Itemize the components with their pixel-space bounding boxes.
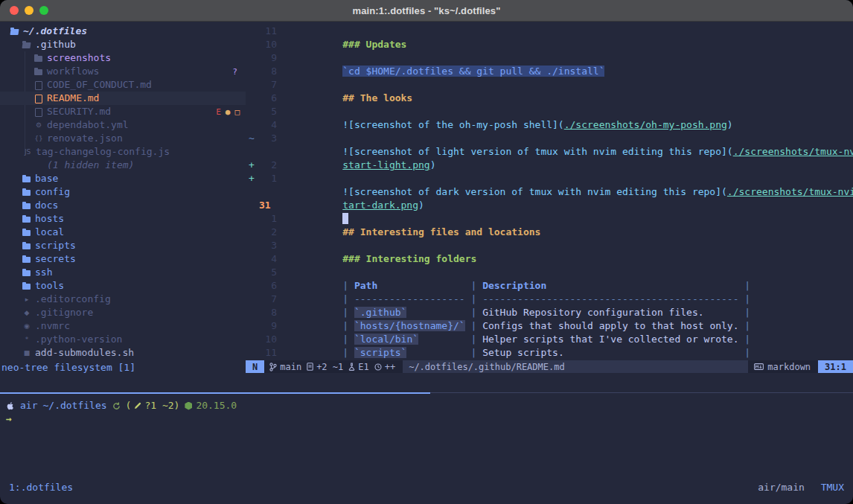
line-number: 2 (259, 226, 277, 239)
line-number: 8 (259, 65, 277, 78)
file-icon (34, 78, 43, 92)
tree-indent (10, 219, 22, 220)
file-icon: JS (23, 145, 32, 159)
line-number: 3 (259, 132, 277, 145)
text-segment: `scripts` (354, 347, 406, 358)
line-number: 9 (259, 51, 277, 65)
window-title: main:1:.dotfiles - "ks~/.dotfiles" (0, 5, 853, 16)
git-sign: + (246, 172, 259, 185)
file-name: .python-version (35, 333, 122, 346)
line-number: 11 (259, 346, 277, 360)
file-icon: ⚙ (34, 118, 43, 132)
titlebar[interactable]: main:1:.dotfiles - "ks~/.dotfiles" (0, 0, 853, 22)
git-branch-icon (269, 363, 277, 371)
line-number: 3 (259, 239, 277, 252)
file-icon (34, 159, 43, 172)
line-number: 5 (259, 105, 277, 118)
node-version: 20.15.0 (196, 399, 237, 412)
file-icon (22, 252, 31, 266)
file-name: renovate.json (47, 132, 123, 145)
file-icon (22, 172, 31, 185)
file-name: SECURITY.md (47, 105, 111, 118)
tmux-session-host: air/main (758, 482, 805, 493)
node-segment: 20.15.0 (185, 399, 237, 412)
prompt-hostname: air (20, 399, 37, 412)
line-number: 10 (259, 38, 277, 51)
tree-indent (10, 246, 22, 246)
file-path[interactable]: ~/.dotfiles/.github/README.md (403, 360, 748, 373)
line-number: 11 (259, 25, 277, 38)
file-icon (34, 51, 43, 65)
filetype-label: markdown (767, 360, 811, 374)
file-icon (22, 266, 31, 279)
line-text: | `scripts` | Setup scripts. | (284, 319, 750, 360)
line-number: 1 (259, 212, 277, 226)
file-name: screenshots (47, 51, 111, 65)
git-refresh-icon (112, 402, 121, 410)
file-name: dependabot.yml (47, 118, 129, 132)
filetype-segment: markdown (754, 360, 811, 374)
tree-indent (10, 71, 34, 72)
nodejs-icon (185, 402, 192, 410)
tree-indent (10, 286, 22, 287)
cursor-position: 31:1 (818, 360, 853, 373)
tree-indent (10, 45, 22, 45)
tree-indent (10, 326, 22, 327)
file-name: (1 hidden item) (47, 159, 134, 172)
buffer-icon (307, 363, 313, 371)
tmux-status-bar: 1:.dotfiles air/main TMUX (0, 479, 853, 496)
file-name: workflows (47, 65, 99, 78)
pane-divider-active[interactable] (0, 392, 430, 394)
file-icon (22, 199, 31, 212)
tree-indent (10, 192, 22, 193)
prompt-symbol[interactable]: → (6, 412, 12, 426)
pane-divider[interactable] (430, 392, 853, 393)
tree-indent (10, 299, 22, 300)
file-name: hosts (35, 212, 64, 226)
tree-indent (10, 112, 34, 112)
git-counts: ?1 ~2) (144, 399, 179, 412)
git-status-segment: ( ?1 ~2) (126, 399, 180, 412)
file-icon (34, 65, 43, 78)
pencil-icon (134, 402, 141, 409)
file-name: tools (35, 279, 64, 293)
vim-mode-indicator: N (246, 360, 264, 373)
tmux-window-tab[interactable]: 1:.dotfiles (9, 481, 73, 494)
file-icon (22, 212, 31, 226)
line-number: 7 (259, 293, 277, 306)
file-name: docs (35, 199, 58, 212)
file-name: scripts (35, 239, 76, 252)
file-name: base (35, 172, 58, 185)
neotree-source-label: neo-tree filesystem [1] (1, 361, 135, 374)
file-name: ~/.dotfiles (23, 25, 87, 38)
line-number: 6 (259, 279, 277, 293)
line-number: 9 (259, 319, 277, 333)
tree-indent (10, 125, 34, 126)
markdown-icon (754, 363, 764, 370)
tmux-label: TMUX (821, 482, 844, 493)
file-name: .github (35, 38, 76, 51)
line-number: 6 (259, 92, 277, 105)
git-branch-segment: main (269, 360, 301, 374)
git-diff-segment: +2 ~1 (307, 360, 343, 374)
line-number: 1 (259, 172, 277, 185)
diagnostics-segment: E1 (348, 360, 368, 374)
file-icon (22, 226, 31, 239)
file-icon (22, 38, 31, 51)
file-icon (22, 185, 31, 199)
flask-icon (348, 363, 355, 371)
tree-indent (10, 152, 23, 153)
file-icon (22, 239, 31, 252)
file-tree-item[interactable]: ■ add-submodules.sh (0, 346, 246, 360)
line-number: 31 (259, 199, 277, 212)
editor-buffer[interactable]: 11 ### Updates 10 9 (246, 25, 853, 360)
extra-segment: ++ (374, 360, 395, 374)
file-name: README.md (47, 92, 99, 105)
git-open-paren: ( (126, 399, 132, 412)
git-sign: ~ (246, 132, 259, 145)
tree-indent (10, 272, 22, 273)
line-number: 10 (259, 333, 277, 346)
file-icon (34, 105, 43, 118)
tree-indent (10, 313, 22, 313)
tree-indent (10, 85, 34, 86)
